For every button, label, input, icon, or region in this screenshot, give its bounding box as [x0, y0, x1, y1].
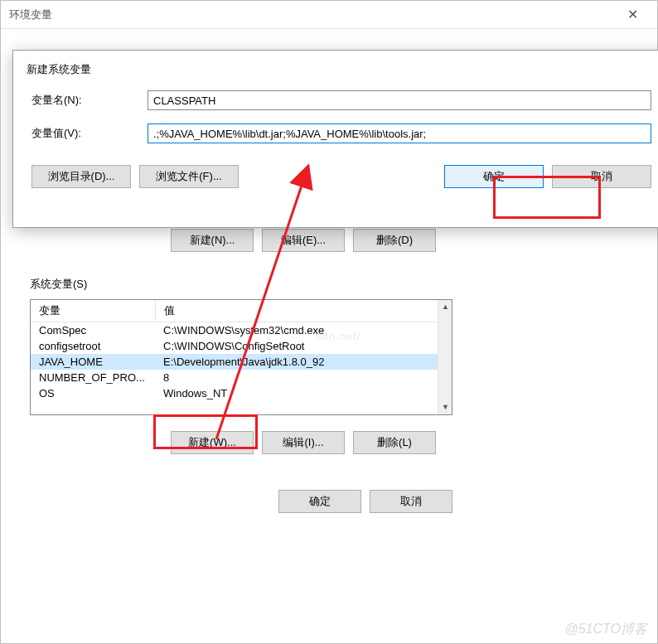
close-icon[interactable]: ✕ — [616, 1, 649, 29]
user-edit-button[interactable]: 编辑(E)... — [262, 229, 345, 252]
var-value-label: 变量值(V): — [31, 126, 148, 141]
table-row[interactable]: OSWindows_NT — [31, 385, 452, 401]
table-row[interactable]: ComSpecC:\WINDOWS\system32\cmd.exe — [31, 322, 452, 339]
table-row[interactable]: JAVA_HOMEE:\Development\Java\jdk1.8.0_92 — [31, 354, 452, 370]
window-titlebar: 环境变量 ✕ — [1, 1, 657, 29]
sys-edit-button[interactable]: 编辑(I)... — [262, 431, 345, 454]
browse-file-button[interactable]: 浏览文件(F)... — [139, 165, 239, 188]
cell-var: OS — [31, 385, 155, 401]
user-new-button[interactable]: 新建(N)... — [171, 229, 254, 252]
new-system-variable-dialog: 新建系统变量 变量名(N): 变量值(V): 浏览目录(D)... 浏览文件(F… — [12, 50, 658, 228]
cell-var: configsetroot — [31, 338, 155, 354]
cell-var: JAVA_HOME — [31, 354, 155, 370]
dialog-title: 新建系统变量 — [13, 51, 658, 84]
browse-dir-button[interactable]: 浏览目录(D)... — [31, 165, 131, 188]
table-row[interactable]: NUMBER_OF_PRO...8 — [31, 370, 452, 385]
outer-footer-buttons: 确定 取消 — [278, 490, 452, 513]
cell-val: C:\WINDOWS\ConfigSetRoot — [155, 338, 452, 354]
sys-new-button[interactable]: 新建(W)... — [171, 431, 254, 454]
window-title: 环境变量 — [9, 1, 52, 29]
cell-val: 8 — [155, 370, 452, 385]
dialog-cancel-button[interactable]: 取消 — [552, 165, 651, 188]
dialog-ok-button[interactable]: 确定 — [444, 165, 544, 188]
scrollbar[interactable]: ▲ ▼ — [438, 300, 452, 414]
user-vars-buttons: 新建(N)... 编辑(E)... 删除(D) — [171, 229, 436, 252]
sys-delete-button[interactable]: 删除(L) — [353, 431, 436, 454]
watermark-faint: sdn.net/ — [316, 330, 360, 342]
cell-val: E:\Development\Java\jdk1.8.0_92 — [155, 354, 452, 370]
watermark: @51CTO博客 — [564, 621, 647, 638]
cell-val: C:\WINDOWS\system32\cmd.exe — [155, 322, 452, 339]
var-name-label: 变量名(N): — [31, 93, 148, 108]
system-vars-table: 变量 值 ComSpecC:\WINDOWS\system32\cmd.exec… — [31, 300, 452, 401]
user-delete-button[interactable]: 删除(D) — [353, 229, 436, 252]
column-header-val[interactable]: 值 — [155, 300, 452, 322]
column-header-var[interactable]: 变量 — [31, 300, 155, 322]
outer-ok-button[interactable]: 确定 — [278, 490, 361, 513]
table-row[interactable]: configsetrootC:\WINDOWS\ConfigSetRoot — [31, 338, 452, 354]
var-value-input[interactable] — [148, 123, 651, 143]
scroll-down-icon[interactable]: ▼ — [438, 400, 452, 414]
system-vars-buttons: 新建(W)... 编辑(I)... 删除(L) — [171, 431, 436, 454]
var-name-input[interactable] — [148, 90, 651, 110]
cell-var: ComSpec — [31, 322, 155, 339]
scroll-up-icon[interactable]: ▲ — [438, 300, 452, 314]
system-vars-label: 系统变量(S) — [30, 277, 87, 292]
cell-var: NUMBER_OF_PRO... — [31, 370, 155, 385]
outer-cancel-button[interactable]: 取消 — [370, 490, 452, 513]
system-vars-list[interactable]: 变量 值 ComSpecC:\WINDOWS\system32\cmd.exec… — [30, 299, 452, 415]
cell-val: Windows_NT — [155, 385, 452, 401]
